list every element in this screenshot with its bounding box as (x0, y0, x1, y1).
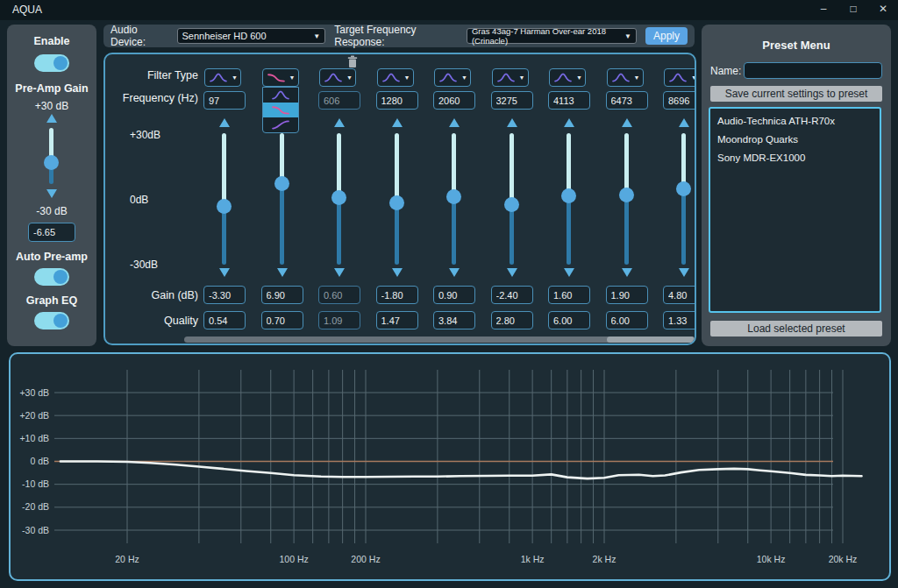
band-slider-thumb[interactable] (619, 188, 634, 202)
band-track-upper[interactable] (510, 133, 514, 204)
preamp-value-input[interactable] (28, 223, 75, 242)
gain-input[interactable] (318, 286, 360, 304)
band-up-arrow-icon[interactable] (564, 118, 574, 127)
quality-input[interactable] (606, 311, 648, 329)
gain-input[interactable] (663, 286, 696, 304)
frequency-input[interactable] (433, 91, 475, 110)
band-track-lower[interactable] (681, 188, 686, 265)
preset-list-item[interactable]: Audio-Technica ATH-R70x (710, 112, 880, 131)
band-up-arrow-icon[interactable] (392, 118, 403, 127)
filter-type-dropdown[interactable]: ▼ (664, 68, 696, 87)
frequency-input[interactable] (491, 91, 533, 110)
band-track-upper[interactable] (452, 133, 456, 197)
band-track-upper[interactable] (337, 133, 341, 198)
filter-option-peak[interactable] (263, 88, 298, 103)
frequency-input[interactable] (606, 91, 648, 110)
target-response-select[interactable]: Gras 43ag-7 Harman Over-ear 2018 (Crinac… (467, 28, 637, 44)
filter-type-dropdown[interactable]: ▼ (204, 68, 241, 87)
gain-input[interactable] (261, 286, 303, 304)
eq-scrollbar[interactable] (184, 337, 695, 343)
trash-icon[interactable] (347, 55, 358, 68)
band-track-upper[interactable] (395, 133, 399, 203)
filter-option-shelf[interactable] (263, 117, 298, 132)
band-track-upper[interactable] (567, 133, 571, 195)
close-button[interactable]: ✕ (875, 3, 891, 17)
frequency-input[interactable] (548, 91, 590, 110)
band-down-arrow-icon[interactable] (277, 268, 288, 277)
quality-input[interactable] (261, 311, 303, 329)
quality-input[interactable] (663, 311, 696, 329)
delete-band-button[interactable] (347, 55, 358, 72)
eq-scrollbar-thumb[interactable] (607, 337, 695, 343)
gain-input[interactable] (376, 286, 418, 304)
band-track-upper[interactable] (681, 133, 686, 188)
band-down-arrow-icon[interactable] (219, 268, 230, 277)
preset-list-item[interactable]: Sony MDR-EX1000 (710, 149, 880, 167)
filter-type-dropdown[interactable]: ▼ (262, 68, 299, 87)
band-down-arrow-icon[interactable] (334, 268, 345, 277)
gain-input[interactable] (491, 286, 533, 304)
band-down-arrow-icon[interactable] (507, 268, 517, 277)
band-slider-thumb[interactable] (389, 195, 404, 210)
band-slider-thumb[interactable] (331, 190, 346, 205)
preamp-slider[interactable] (7, 25, 96, 252)
minimize-button[interactable]: – (816, 3, 831, 17)
band-slider-thumb[interactable] (676, 181, 691, 196)
audio-device-select[interactable]: Sennheiser HD 600 ▼ (177, 28, 326, 44)
maximize-button[interactable]: □ (845, 3, 861, 17)
band-up-arrow-icon[interactable] (507, 118, 517, 127)
band-track-lower[interactable] (395, 203, 399, 266)
filter-type-dropdown[interactable]: ▼ (549, 68, 586, 87)
save-preset-button[interactable]: Save current settings to preset (710, 86, 882, 102)
band-down-arrow-icon[interactable] (679, 268, 689, 277)
band-track-upper[interactable] (222, 133, 226, 206)
band-up-arrow-icon[interactable] (219, 118, 230, 127)
band-track-upper[interactable] (624, 133, 629, 195)
band-track-lower[interactable] (624, 195, 629, 265)
gain-input[interactable] (548, 286, 590, 304)
band-up-arrow-icon[interactable] (679, 118, 689, 127)
band-up-arrow-icon[interactable] (622, 118, 632, 127)
preset-name-input[interactable] (744, 62, 882, 79)
frequency-input[interactable] (203, 91, 246, 110)
band-slider-thumb[interactable] (561, 188, 576, 203)
band-down-arrow-icon[interactable] (449, 268, 460, 277)
frequency-input[interactable] (318, 91, 360, 110)
band-up-arrow-icon[interactable] (449, 118, 460, 127)
frequency-input[interactable] (376, 91, 418, 110)
gain-input[interactable] (433, 286, 475, 304)
band-track-lower[interactable] (567, 195, 571, 265)
band-up-arrow-icon[interactable] (334, 118, 345, 127)
filter-option-lowpass[interactable] (263, 103, 298, 117)
load-preset-button[interactable]: Load selected preset (710, 321, 882, 337)
band-slider-thumb[interactable] (217, 199, 232, 214)
quality-input[interactable] (376, 311, 418, 329)
quality-input[interactable] (491, 311, 533, 329)
band-slider-thumb[interactable] (446, 189, 461, 204)
preamp-down-arrow-icon[interactable] (46, 189, 57, 198)
filter-type-dropdown[interactable]: ▼ (492, 68, 529, 87)
apply-button[interactable]: Apply (645, 27, 688, 45)
band-slider-thumb[interactable] (274, 176, 289, 191)
preset-list-item[interactable]: Moondrop Quarks (710, 131, 880, 149)
quality-input[interactable] (548, 311, 590, 329)
band-track-lower[interactable] (337, 198, 341, 266)
band-down-arrow-icon[interactable] (622, 268, 632, 277)
quality-input[interactable] (433, 311, 475, 329)
band-down-arrow-icon[interactable] (392, 268, 403, 277)
auto-preamp-toggle[interactable] (34, 268, 69, 286)
filter-type-dropdown[interactable]: ▼ (607, 68, 644, 87)
quality-input[interactable] (203, 311, 246, 329)
frequency-input[interactable] (663, 91, 696, 110)
graph-eq-toggle[interactable] (34, 312, 69, 329)
band-down-arrow-icon[interactable] (564, 268, 574, 277)
gain-input[interactable] (606, 286, 648, 304)
filter-type-dropdown[interactable]: ▼ (377, 68, 414, 87)
quality-input[interactable] (318, 311, 360, 329)
band-track-lower[interactable] (280, 184, 284, 265)
band-track-lower[interactable] (510, 204, 514, 265)
gain-input[interactable] (203, 286, 246, 304)
band-track-lower[interactable] (222, 206, 226, 265)
band-slider-thumb[interactable] (504, 197, 519, 212)
band-track-lower[interactable] (452, 197, 456, 265)
